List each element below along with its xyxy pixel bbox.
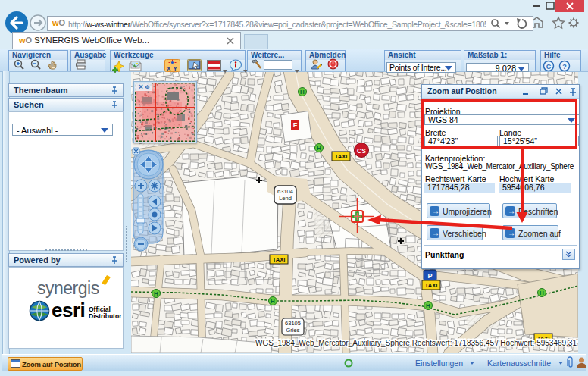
svg-text:TAXI: TAXI — [425, 282, 438, 289]
svg-text:C: C — [546, 63, 552, 70]
svg-text:H: H — [154, 290, 158, 297]
svg-text:CS: CS — [357, 147, 366, 155]
svg-text:×: × — [139, 83, 143, 91]
svg-text:✥: ✥ — [145, 84, 150, 91]
svg-text:Y: Y — [174, 65, 178, 72]
svg-text:F: F — [293, 121, 298, 129]
svg-text:X: X — [167, 65, 171, 72]
svg-text:TAXI: TAXI — [273, 256, 286, 263]
svg-text:Lend: Lend — [279, 195, 292, 202]
svg-text:Gries: Gries — [286, 327, 300, 334]
svg-text:63105: 63105 — [285, 320, 301, 327]
svg-text:H: H — [426, 302, 430, 309]
svg-text:H: H — [540, 290, 544, 296]
svg-text:H: H — [271, 298, 275, 305]
svg-text:?: ? — [562, 63, 567, 70]
svg-text:WGS_1984_Web_Mercator_Auxiliar: WGS_1984_Web_Mercator_Auxiliary_Sphere R… — [255, 339, 577, 347]
svg-text:H: H — [300, 89, 305, 96]
svg-text:63104: 63104 — [277, 188, 293, 195]
svg-text:TAXI: TAXI — [335, 153, 348, 160]
svg-text:P: P — [427, 272, 432, 280]
svg-text:H: H — [317, 145, 321, 152]
